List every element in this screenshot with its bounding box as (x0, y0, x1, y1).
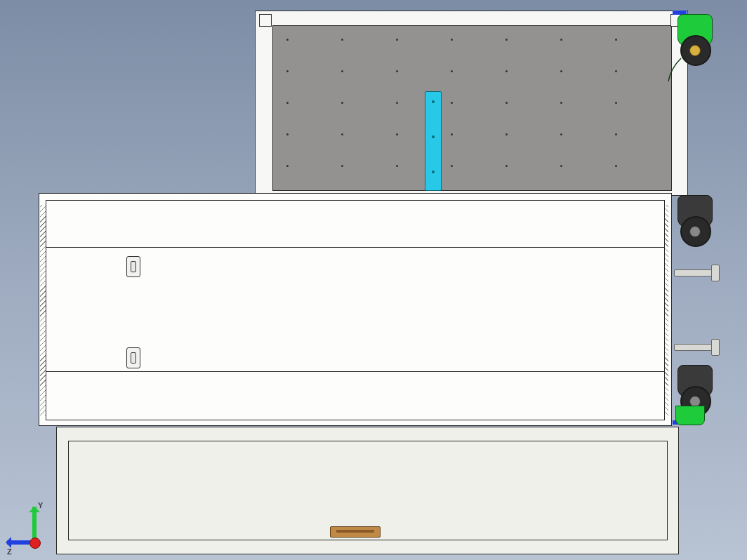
perforation-hole (341, 102, 343, 104)
drawer-handle (330, 526, 381, 538)
perforation-hole (286, 165, 289, 167)
perforation-hole (451, 39, 453, 41)
perforation-hole (286, 133, 289, 135)
perforation-hole (451, 165, 453, 167)
perforation-hole (615, 102, 617, 104)
leveling-foot-upper (674, 269, 719, 276)
perforation-hole (560, 165, 562, 167)
perforation-hole (505, 39, 508, 41)
middle-panel-bottom (46, 371, 665, 420)
caster-cable (667, 55, 695, 83)
leveling-foot-lower (674, 344, 719, 351)
perforation-hole (396, 133, 398, 135)
perforation-hole (615, 165, 617, 167)
bar-hole (432, 135, 435, 138)
perforation-hole (341, 133, 343, 135)
perforation-hole (505, 133, 508, 135)
axis-z-icon (7, 540, 32, 545)
perforation-hole (615, 133, 617, 135)
bar-hole (432, 171, 435, 173)
axis-origin-icon (29, 538, 41, 549)
perforation-hole (451, 70, 453, 72)
perforation-hole (505, 165, 508, 167)
lower-drawer-inner (68, 441, 668, 540)
cyan-vertical-bar (425, 91, 442, 191)
perforation-hole (615, 70, 617, 72)
axis-y-icon (32, 507, 37, 539)
upper-perforated-panel: /*placeholder*/ (272, 25, 672, 191)
bar-hole (432, 100, 435, 103)
perforation-hole (560, 39, 562, 41)
caster-hub (689, 226, 701, 237)
perforation-hole (451, 133, 453, 135)
perforation-hole (341, 39, 343, 41)
caster-middle-dark (674, 195, 715, 248)
perforation-hole (286, 70, 289, 72)
perforation-hole (505, 70, 508, 72)
perforation-hole (560, 70, 562, 72)
axis-y-label: Y (38, 501, 43, 509)
perforation-hole (341, 165, 343, 167)
perforation-hole (286, 102, 289, 104)
perforation-hole (341, 70, 343, 72)
perforation-hole (560, 102, 562, 104)
perforation-hole (560, 133, 562, 135)
perforation-hole (505, 102, 508, 104)
perforation-hole (451, 102, 453, 104)
perforation-hole (615, 39, 617, 41)
latch-upper (126, 256, 140, 277)
axis-z-label: Z (7, 547, 12, 556)
perforation-hole (396, 70, 398, 72)
upper-corner-tl (259, 14, 272, 27)
middle-panel-top (46, 200, 665, 248)
perforation-hole (396, 165, 398, 167)
latch-lower (126, 347, 140, 368)
caster-bottom-green-cap (675, 406, 705, 425)
perforation-hole (286, 39, 289, 41)
view-orientation-triad[interactable]: Y Z (10, 501, 52, 554)
perforation-hole (396, 102, 398, 104)
caster-top-green (674, 14, 715, 67)
perforation-hole (396, 39, 398, 41)
